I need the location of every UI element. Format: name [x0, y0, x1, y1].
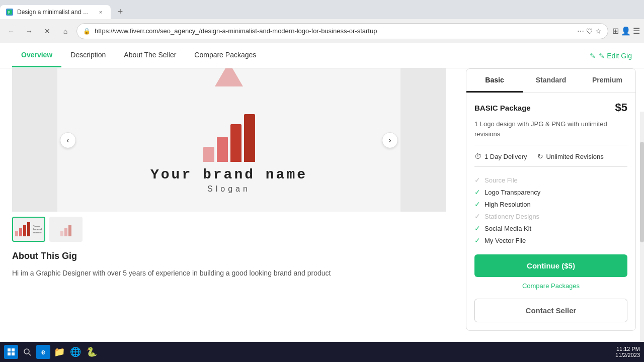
delivery-label: 1 Day Delivery	[485, 153, 527, 160]
scrollbar-thumb[interactable]	[640, 142, 644, 242]
bookmark-icon[interactable]: ⋯	[577, 27, 584, 35]
right-panel: Basic Standard Premium BASIC Package $5 …	[458, 68, 644, 362]
tab-bar: F Design a minimalist and mode... × +	[0, 0, 644, 19]
nav-link-overview[interactable]: Overview	[12, 44, 61, 67]
gallery-side-left	[12, 68, 57, 212]
svg-line-7	[29, 353, 31, 355]
package-header: BASIC Package $5	[474, 101, 627, 114]
left-panel: ‹ ›	[0, 68, 458, 362]
item-label-logo-transparency: Logo Transparency	[485, 189, 540, 196]
about-gig-title: About This Gig	[12, 251, 446, 261]
check-icon-source-file: ✓	[474, 176, 480, 184]
site-nav-links: Overview Description About The Seller Co…	[12, 44, 265, 67]
contact-seller-button[interactable]: Contact Seller	[474, 299, 627, 322]
logo-brand-name: Your brand name	[150, 167, 307, 183]
site-navigation: Overview Description About The Seller Co…	[0, 43, 644, 68]
taskbar-time: 11:12 PM	[615, 346, 640, 352]
package-tab-basic[interactable]: Basic	[466, 69, 523, 93]
package-tab-premium[interactable]: Premium	[579, 69, 635, 93]
feature-revisions: ↻ Unlimited Revisions	[537, 152, 604, 160]
package-item-vector-file: ✓ My Vector File	[474, 234, 627, 246]
svg-text:F: F	[8, 11, 10, 14]
search-taskbar-button[interactable]	[20, 345, 34, 359]
taskbar-app1-icon[interactable]: 🌐	[68, 345, 83, 359]
edit-gig-link[interactable]: ✎ ✎ Edit Gig	[590, 52, 632, 60]
nav-link-about-seller[interactable]: About The Seller	[115, 44, 185, 67]
gallery-prev-button[interactable]: ‹	[60, 132, 76, 148]
package-item-high-resolution: ✓ High Resolution	[474, 198, 627, 210]
address-bar[interactable]: 🔒 https://www.fiverr.com/seo_agency_/des…	[76, 23, 608, 39]
about-gig-section: About This Gig Hi im a Graphic Designer …	[12, 251, 446, 279]
active-tab[interactable]: F Design a minimalist and mode... ×	[0, 5, 111, 19]
svg-rect-3	[12, 348, 15, 351]
package-tabs: Basic Standard Premium	[466, 69, 635, 93]
shield-icon: 🛡	[586, 27, 593, 35]
gallery-thumb-2[interactable]	[49, 217, 83, 242]
item-label-social-media-kit: Social Media Kit	[485, 225, 531, 232]
reload-button[interactable]: ✕	[40, 24, 54, 38]
gallery-side-right	[400, 68, 446, 212]
revisions-icon: ↻	[537, 152, 543, 160]
gallery-thumb-1[interactable]: Your brand name	[12, 217, 45, 242]
taskbar-app2-icon[interactable]: 🐍	[85, 345, 99, 359]
check-icon-logo-transparency: ✓	[474, 188, 480, 196]
profile-icon[interactable]: 👤	[621, 26, 631, 36]
package-body: BASIC Package $5 1 Logo design with JPG …	[466, 93, 635, 330]
browser-extra-buttons: ⊞ 👤 ☰	[612, 26, 640, 36]
svg-rect-4	[8, 352, 11, 355]
tab-title: Design a minimalist and mode...	[17, 9, 93, 16]
package-description: 1 Logo design with JPG & PNG with unlimi…	[474, 119, 627, 145]
package-item-social-media-kit: ✓ Social Media Kit	[474, 222, 627, 234]
package-item-logo-transparency: ✓ Logo Transparency	[474, 186, 627, 198]
tab-close-button[interactable]: ×	[97, 8, 105, 16]
taskbar-files-icon[interactable]: 📁	[52, 345, 66, 359]
feature-delivery: ⏱ 1 Day Delivery	[474, 152, 527, 160]
nav-link-description[interactable]: Description	[61, 44, 115, 67]
taskbar-clock: 11:12 PM 11/2/2023	[615, 346, 640, 358]
package-features: ⏱ 1 Day Delivery ↻ Unlimited Revisions	[474, 152, 627, 167]
check-icon-social-media-kit: ✓	[474, 224, 480, 232]
check-icon-high-resolution: ✓	[474, 200, 480, 208]
taskbar: e 📁 🌐 🐍 11:12 PM 11/2/2023	[0, 342, 644, 362]
edit-icon: ✎	[590, 52, 596, 60]
gallery: ‹ ›	[12, 68, 446, 247]
package-item-stationery-designs: ✓ Stationery Designs	[474, 210, 627, 222]
package-price: $5	[615, 101, 627, 114]
back-button[interactable]: ←	[4, 24, 18, 38]
nav-link-compare-packages[interactable]: Compare Packages	[185, 44, 265, 67]
package-tab-standard[interactable]: Standard	[523, 69, 579, 93]
item-label-high-resolution: High Resolution	[485, 201, 531, 208]
start-button[interactable]	[4, 345, 18, 359]
item-label-stationery-designs: Stationery Designs	[485, 213, 539, 220]
item-label-source-file: Source File	[485, 176, 518, 184]
home-button[interactable]: ⌂	[58, 24, 72, 38]
svg-point-6	[24, 349, 29, 354]
star-icon[interactable]: ☆	[595, 27, 602, 35]
svg-rect-5	[12, 352, 15, 355]
extensions-icon[interactable]: ⊞	[612, 26, 619, 36]
package-card: Basic Standard Premium BASIC Package $5 …	[466, 68, 636, 331]
address-bar-icons: ⋯ 🛡 ☆	[577, 27, 602, 35]
scrollbar-track[interactable]	[640, 112, 644, 362]
taskbar-date: 11/2/2023	[615, 352, 640, 358]
svg-rect-2	[8, 348, 11, 351]
about-gig-text: Hi im a Graphic Designer with over 5 yea…	[12, 267, 446, 279]
gallery-thumbnails: Your brand name	[12, 212, 446, 247]
continue-button[interactable]: Continue ($5)	[474, 254, 627, 277]
package-item-source-file: ✓ Source File	[474, 174, 627, 186]
logo-slogan: Slogan	[207, 185, 251, 194]
browser-nav-bar: ← → ✕ ⌂ 🔒 https://www.fiverr.com/seo_age…	[0, 19, 644, 43]
delivery-icon: ⏱	[474, 152, 481, 160]
forward-button[interactable]: →	[22, 24, 36, 38]
logo-preview: Your brand name Slogan	[12, 68, 446, 212]
check-icon-vector-file: ✓	[474, 236, 480, 244]
package-name: BASIC Package	[474, 104, 531, 112]
taskbar-browser-icon[interactable]: e	[36, 345, 50, 359]
menu-icon[interactable]: ☰	[633, 26, 640, 36]
gallery-next-button[interactable]: ›	[382, 132, 398, 148]
revisions-label: Unlimited Revisions	[546, 153, 604, 160]
compare-packages-link[interactable]: Compare Packages	[474, 282, 627, 290]
new-tab-button[interactable]: +	[113, 4, 128, 19]
gallery-main-image: ‹ ›	[12, 68, 446, 212]
tab-favicon: F	[6, 9, 13, 16]
